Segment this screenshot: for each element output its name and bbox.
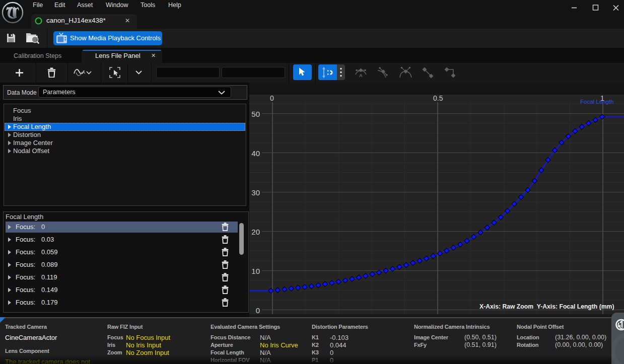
svg-text:A: A: [359, 72, 363, 78]
